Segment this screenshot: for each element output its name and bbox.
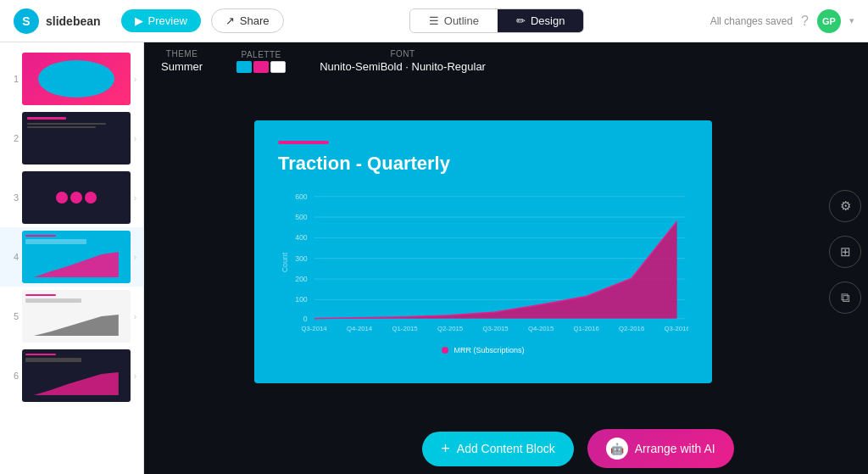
arrange-ai-label: Arrange with AI bbox=[635, 442, 715, 455]
chevron-icon-3: › bbox=[134, 193, 136, 203]
svg-text:Q1-2016: Q1-2016 bbox=[574, 325, 599, 332]
tab-design[interactable]: ✏ Design bbox=[498, 9, 583, 32]
image-panel-button[interactable]: ⊞ bbox=[829, 236, 861, 268]
design-label: Design bbox=[531, 14, 565, 27]
font-value[interactable]: Nunito-SemiBold · Nunito-Regular bbox=[320, 60, 486, 73]
image-icon: ⊞ bbox=[840, 244, 851, 259]
add-content-label: Add Content Block bbox=[457, 442, 555, 455]
slide-number-2: 2 bbox=[7, 133, 19, 143]
svg-text:Q1-2015: Q1-2015 bbox=[392, 325, 417, 332]
font-label: FONT bbox=[390, 49, 415, 59]
slide-number-6: 6 bbox=[7, 371, 19, 381]
thumb-dot-3a bbox=[56, 192, 68, 204]
sidebar-item-slide-5[interactable]: 5 › bbox=[0, 287, 143, 346]
app-name: slidebean bbox=[46, 14, 101, 28]
sidebar-item-slide-2[interactable]: 2 › bbox=[0, 109, 143, 168]
slide-thumb-1 bbox=[22, 53, 131, 105]
logo-area: S slidebean bbox=[14, 8, 101, 34]
header-center: ☰ Outline ✏ Design bbox=[294, 8, 700, 33]
swatch-1 bbox=[236, 61, 252, 73]
outline-label: Outline bbox=[444, 14, 479, 27]
svg-text:Q4-2015: Q4-2015 bbox=[528, 325, 554, 332]
svg-text:Q2-2015: Q2-2015 bbox=[437, 325, 463, 332]
outline-icon: ☰ bbox=[429, 14, 439, 27]
svg-marker-0 bbox=[34, 252, 119, 277]
slide-number-5: 5 bbox=[7, 311, 19, 321]
svg-text:Count: Count bbox=[281, 252, 289, 272]
tab-group: ☰ Outline ✏ Design bbox=[409, 8, 585, 33]
share-icon: ↗ bbox=[225, 14, 235, 27]
logo-icon: S bbox=[14, 8, 39, 34]
svg-text:200: 200 bbox=[295, 274, 308, 282]
svg-text:Q3-2016: Q3-2016 bbox=[665, 325, 688, 332]
slide-number-1: 1 bbox=[7, 74, 19, 84]
slide-number-4: 4 bbox=[7, 252, 19, 262]
sidebar-item-slide-6[interactable]: 6 › bbox=[0, 346, 143, 405]
font-section: FONT Nunito-SemiBold · Nunito-Regular bbox=[320, 49, 486, 73]
slide-thumb-2 bbox=[22, 112, 131, 165]
tab-outline[interactable]: ☰ Outline bbox=[410, 9, 498, 32]
gear-icon: ⚙ bbox=[840, 198, 851, 214]
slide-title: Traction - Quarterly bbox=[278, 153, 688, 175]
slide-number-3: 3 bbox=[7, 192, 19, 203]
copy-panel-button[interactable]: ⧉ bbox=[829, 282, 861, 314]
bottom-bar: + Add Content Block 🤖 Arrange with AI bbox=[288, 423, 868, 474]
design-icon: ✏ bbox=[516, 14, 526, 27]
slide-thumb-4 bbox=[22, 231, 131, 283]
palette-label: PALETTE bbox=[242, 50, 281, 59]
design-toolbar: THEME Summer PALETTE FONT Nunito-SemiBol… bbox=[144, 42, 868, 80]
palette-section: PALETTE bbox=[236, 50, 286, 73]
slide-thumb-6 bbox=[22, 349, 131, 402]
svg-text:100: 100 bbox=[295, 295, 308, 304]
slide-sidebar: 1 › 2 › 3 › bbox=[0, 42, 144, 474]
add-content-button[interactable]: + Add Content Block bbox=[422, 432, 573, 466]
settings-panel-button[interactable]: ⚙ bbox=[829, 190, 861, 222]
slide-canvas-wrapper: Traction - Quarterly bbox=[144, 120, 822, 383]
theme-section: THEME Summer bbox=[161, 49, 203, 73]
svg-text:400: 400 bbox=[295, 233, 308, 242]
svg-text:Q3-2014: Q3-2014 bbox=[301, 325, 327, 332]
svg-marker-1 bbox=[34, 315, 119, 336]
sidebar-item-slide-4[interactable]: 4 › bbox=[0, 227, 143, 287]
chart-legend: MRR (Subscriptions) bbox=[278, 346, 688, 354]
main-layout: 1 › 2 › 3 › bbox=[0, 42, 868, 474]
svg-text:Q2-2016: Q2-2016 bbox=[619, 325, 644, 332]
right-panel: ⚙ ⊞ ⧉ bbox=[822, 176, 868, 327]
sidebar-item-slide-1[interactable]: 1 › bbox=[0, 49, 143, 109]
sidebar-item-slide-3[interactable]: 3 › bbox=[0, 168, 143, 227]
plus-icon: + bbox=[441, 440, 450, 458]
header: S slidebean ▶ Preview ↗ Share ☰ Outline … bbox=[0, 0, 868, 42]
content-area: THEME Summer PALETTE FONT Nunito-SemiBol… bbox=[144, 42, 868, 474]
swatch-2 bbox=[253, 61, 269, 73]
chevron-icon-6: › bbox=[134, 371, 136, 381]
svg-text:300: 300 bbox=[295, 254, 308, 262]
svg-text:500: 500 bbox=[295, 212, 308, 220]
thumb-dot-3c bbox=[85, 192, 97, 204]
slide-canvas[interactable]: Traction - Quarterly bbox=[254, 120, 712, 383]
theme-label: THEME bbox=[166, 49, 198, 59]
help-icon[interactable]: ? bbox=[801, 14, 809, 29]
swatch-3 bbox=[270, 61, 286, 73]
svg-marker-2 bbox=[34, 372, 119, 395]
theme-value[interactable]: Summer bbox=[161, 60, 203, 73]
share-button[interactable]: ↗ Share bbox=[211, 8, 284, 33]
arrange-ai-button[interactable]: 🤖 Arrange with AI bbox=[587, 429, 734, 468]
avatar[interactable]: GP bbox=[817, 9, 841, 33]
save-status: All changes saved bbox=[710, 15, 793, 27]
svg-marker-18 bbox=[314, 220, 677, 318]
palette-swatches[interactable] bbox=[236, 61, 286, 73]
legend-label: MRR (Subscriptions) bbox=[453, 346, 524, 354]
copy-icon: ⧉ bbox=[841, 290, 850, 305]
slide-thumb-3 bbox=[22, 171, 131, 224]
chevron-icon-1: › bbox=[134, 75, 136, 84]
preview-button[interactable]: ▶ Preview bbox=[121, 9, 201, 32]
chevron-icon-5: › bbox=[134, 312, 136, 321]
chevron-icon-4: › bbox=[134, 253, 136, 262]
ai-icon: 🤖 bbox=[606, 438, 628, 460]
thumb-dot-3b bbox=[70, 192, 82, 204]
chevron-down-icon[interactable]: ▾ bbox=[849, 15, 854, 26]
svg-text:Q3-2015: Q3-2015 bbox=[482, 325, 508, 332]
slide-title-bar bbox=[278, 141, 329, 144]
chart-svg: 600 500 400 300 200 100 0 Count bbox=[278, 188, 688, 341]
chart-container: 600 500 400 300 200 100 0 Count bbox=[278, 188, 688, 358]
